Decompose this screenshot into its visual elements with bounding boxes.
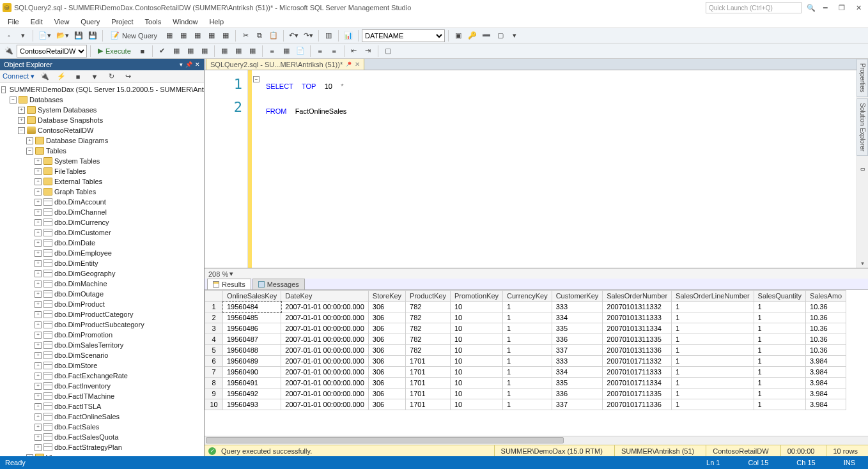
grid-cell[interactable]: 1: [503, 312, 552, 323]
search-icon[interactable]: ↪: [121, 70, 134, 83]
expand-icon[interactable]: +: [35, 281, 42, 288]
grid-cell[interactable]: 1: [754, 388, 805, 399]
grid-cell[interactable]: 1: [503, 356, 552, 367]
menu-window[interactable]: Window: [167, 17, 203, 27]
expand-icon[interactable]: +: [35, 362, 42, 369]
grid-cell[interactable]: 1701: [406, 367, 451, 378]
grid-cell[interactable]: 1: [503, 345, 552, 356]
grid-cell[interactable]: 782: [406, 345, 451, 356]
grid-cell[interactable]: 10: [450, 312, 502, 323]
menu-edit[interactable]: Edit: [26, 17, 48, 27]
client-stats-button[interactable]: ▦: [246, 45, 259, 58]
grid-cell[interactable]: 2007-01-01 00:00:00.000: [281, 388, 369, 399]
expand-icon[interactable]: +: [35, 434, 42, 441]
tb-misc3-icon[interactable]: ➖: [480, 29, 493, 42]
specify-values-button[interactable]: ▢: [382, 45, 394, 58]
table-dbo-dimmachine[interactable]: +dbo.DimMachine: [1, 279, 204, 289]
menu-file[interactable]: File: [3, 17, 24, 27]
table-dbo-dimproductsubcategory[interactable]: +dbo.DimProductSubcategory: [1, 319, 204, 330]
tb-misc1-icon[interactable]: ▣: [452, 29, 465, 42]
row-header[interactable]: 4: [205, 334, 223, 345]
grid-cell[interactable]: 3.984: [806, 388, 846, 399]
grid-cell[interactable]: 1: [672, 323, 754, 334]
grid-cell[interactable]: 306: [368, 345, 405, 356]
grid-cell[interactable]: 306: [368, 302, 405, 312]
grid-cell[interactable]: 1: [754, 345, 805, 356]
expand-icon[interactable]: +: [35, 209, 42, 216]
grid-cell[interactable]: 2007-01-01 00:00:00.000: [281, 323, 369, 334]
use-database-icon[interactable]: 🔌: [3, 45, 15, 58]
pane-dropdown-icon[interactable]: ▾: [180, 61, 183, 68]
column-header[interactable]: SalesOrderNumber: [603, 291, 672, 302]
contosoretaildw-node[interactable]: −ContosoRetailDW: [1, 125, 204, 135]
estimated-plan-button[interactable]: ▦: [170, 45, 183, 58]
stop-icon[interactable]: ■: [72, 70, 84, 83]
databases-node[interactable]: −Databases: [1, 95, 204, 105]
grid-cell[interactable]: 1: [672, 345, 754, 356]
parse-button[interactable]: ✔: [156, 45, 169, 58]
table-dbo-factitmachine[interactable]: +dbo.FactITMachine: [1, 391, 204, 401]
new-item-button[interactable]: 📄▾: [36, 29, 53, 42]
grid-cell[interactable]: 3.984: [806, 399, 846, 410]
grid-cell[interactable]: 20070101711334: [603, 378, 672, 388]
grid-cell[interactable]: 1: [503, 378, 552, 388]
stop-button[interactable]: ■: [136, 45, 149, 58]
tables-node[interactable]: −Tables: [1, 146, 204, 156]
grid-cell[interactable]: 10: [450, 399, 502, 410]
expand-icon[interactable]: +: [35, 321, 42, 328]
grid-cell[interactable]: 1701: [406, 378, 451, 388]
actual-plan-button[interactable]: ▦: [218, 45, 231, 58]
grid-cell[interactable]: 1: [503, 323, 552, 334]
grid-cell[interactable]: 1: [754, 302, 805, 312]
expand-icon[interactable]: +: [35, 229, 42, 236]
properties-side-tab[interactable]: Properties: [856, 59, 868, 97]
open-file-button[interactable]: 📂▾: [54, 29, 71, 42]
grid-cell[interactable]: 334: [552, 312, 603, 323]
grid-cell[interactable]: 20070101711333: [603, 367, 672, 378]
file-tables-node[interactable]: +FileTables: [1, 166, 204, 176]
grid-cell[interactable]: 10: [450, 378, 502, 388]
grid-cell[interactable]: 2007-01-01 00:00:00.000: [281, 334, 369, 345]
tb-dmx-query-icon[interactable]: ▦: [191, 29, 204, 42]
expand-icon[interactable]: +: [35, 158, 42, 165]
column-header[interactable]: SalesQuantity: [754, 291, 805, 302]
column-header[interactable]: SalesAmo: [806, 291, 846, 302]
increase-indent-button[interactable]: ⇥: [362, 45, 375, 58]
back-button[interactable]: ◦: [3, 29, 15, 42]
grid-cell[interactable]: 10: [450, 334, 502, 345]
grid-cell[interactable]: 1: [754, 334, 805, 345]
restore-button[interactable]: ❐: [835, 1, 849, 15]
grid-cell[interactable]: 1701: [406, 388, 451, 399]
menu-project[interactable]: Project: [106, 17, 138, 27]
grid-cell[interactable]: 306: [368, 378, 405, 388]
grid-cell[interactable]: 1: [754, 356, 805, 367]
connect-button[interactable]: Connect ▾: [3, 72, 35, 81]
grid-cell[interactable]: 2007-01-01 00:00:00.000: [281, 378, 369, 388]
expand-icon[interactable]: +: [35, 342, 42, 349]
table-dbo-dimaccount[interactable]: +dbo.DimAccount: [1, 197, 204, 207]
table-dbo-dimpromotion[interactable]: +dbo.DimPromotion: [1, 330, 204, 340]
grid-cell[interactable]: 306: [368, 323, 405, 334]
tb-db-engine-query-icon[interactable]: ▦: [163, 29, 176, 42]
grid-cell[interactable]: 1: [754, 399, 805, 410]
copy-button[interactable]: ⧉: [253, 29, 266, 42]
row-header[interactable]: 1: [205, 302, 223, 312]
grid-cell[interactable]: 1701: [406, 399, 451, 410]
expand-icon[interactable]: +: [35, 199, 42, 206]
expand-icon[interactable]: +: [35, 424, 42, 431]
grid-cell[interactable]: 19560491: [223, 378, 281, 388]
grid-cell[interactable]: 10: [450, 302, 502, 312]
refresh-icon[interactable]: ↻: [105, 70, 118, 83]
external-tables-node[interactable]: +External Tables: [1, 176, 204, 187]
grid-cell[interactable]: 2007-01-01 00:00:00.000: [281, 399, 369, 410]
results-to-text-button[interactable]: ≡: [266, 45, 279, 58]
grid-cell[interactable]: 306: [368, 367, 405, 378]
table-dbo-dimemployee[interactable]: +dbo.DimEmployee: [1, 248, 204, 258]
table-dbo-factsales[interactable]: +dbo.FactSales: [1, 422, 204, 432]
table-dbo-dimentity[interactable]: +dbo.DimEntity: [1, 258, 204, 268]
save-button[interactable]: 💾: [72, 29, 85, 42]
sql-editor[interactable]: SELECT TOP 10 * FROM FactOnlineSales: [261, 70, 856, 268]
pin-icon[interactable]: 📍: [344, 59, 353, 69]
filter-icon[interactable]: 🔌: [38, 70, 51, 83]
results-to-file-button[interactable]: 📄: [294, 45, 307, 58]
